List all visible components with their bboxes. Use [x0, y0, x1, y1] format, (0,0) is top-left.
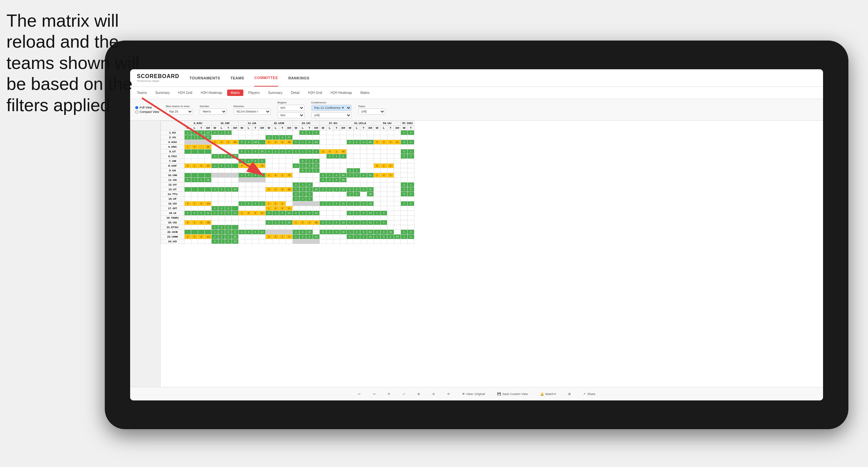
region-select[interactable]: N/A East West: [278, 105, 305, 111]
cell: [313, 154, 320, 159]
cell: 0: [286, 149, 293, 154]
col-osu-header: 57. OSU: [401, 121, 414, 126]
division-select[interactable]: NCAA Division I NCAA Division II NCAA Di…: [234, 108, 271, 115]
cell: 38: [286, 187, 293, 192]
tab-h2h-heatmap[interactable]: H2H Heatmap: [197, 90, 225, 96]
tab-summary[interactable]: Summary: [152, 90, 173, 96]
tab-h2h-heatmap2[interactable]: H2H Heatmap: [327, 90, 355, 96]
nav-teams[interactable]: TEAMS: [230, 69, 244, 87]
cell: [320, 164, 327, 168]
cell: [360, 182, 367, 187]
cell: [374, 149, 381, 154]
cell: [360, 154, 367, 159]
grid-button[interactable]: ⊞: [565, 391, 574, 397]
cell: [408, 135, 414, 140]
tab-matrix[interactable]: Matrix: [227, 90, 243, 96]
cell: 2: [408, 154, 414, 159]
tab-matrix2[interactable]: Matrix: [357, 90, 373, 96]
cell: [313, 230, 320, 235]
cell: [198, 159, 205, 164]
cell: 2: [272, 140, 279, 145]
cell: [232, 220, 239, 225]
matrix-area[interactable]: 3. ASU 10. UW 11. UA 22. UCB 24. UO 27. …: [161, 121, 823, 387]
cell: [340, 239, 347, 244]
cell: [340, 192, 347, 197]
save-custom-view-button[interactable]: 💾 Save Custom View: [495, 391, 531, 397]
zoom-in-button[interactable]: ⊕: [415, 391, 423, 397]
cell: [347, 182, 354, 187]
cell: [239, 239, 245, 244]
refresh-button[interactable]: ⟳: [385, 391, 393, 397]
cell: 1: [279, 173, 286, 178]
col-asu-dif: Dif: [205, 126, 212, 130]
row-uw10: 10. UW: [161, 173, 185, 178]
conference-select[interactable]: Pac-12 Conference ▼ (All): [311, 105, 352, 111]
cell: 0: [252, 201, 259, 206]
cell: [252, 192, 259, 197]
nav-tournaments[interactable]: TOURNAMENTS: [190, 69, 220, 87]
cell: [408, 197, 414, 201]
tab-detail[interactable]: Detail: [288, 90, 303, 96]
cell: 0: [381, 220, 387, 225]
cell: [327, 135, 333, 140]
cell: [299, 154, 306, 159]
cell: 1: [191, 220, 198, 225]
team-select[interactable]: (All): [358, 108, 385, 115]
view-original-button[interactable]: 👁 View: Original: [459, 391, 488, 397]
cell: [381, 192, 387, 197]
nav-rankings[interactable]: RANKINGS: [288, 69, 310, 87]
cell: [279, 216, 286, 220]
col-osu-t: T: [408, 126, 414, 130]
cell: 85: [367, 140, 374, 145]
cell: [367, 154, 374, 159]
cell: 2: [374, 230, 381, 235]
conference-select2[interactable]: (All): [311, 112, 352, 118]
region-filter: Region N/A East West N/A: [278, 101, 305, 118]
cell: [266, 182, 272, 187]
cell: 0: [259, 159, 266, 164]
cell: 2: [218, 164, 225, 168]
cell: [205, 225, 212, 230]
cell: [394, 173, 401, 178]
cell: [381, 239, 387, 244]
tab-h2h-grid[interactable]: H2H Grid: [175, 90, 196, 96]
cell: [198, 145, 205, 149]
cell: [259, 235, 266, 239]
gender-label: Gender: [200, 105, 227, 108]
table-row: 8. UAF 01014 120 01015 11011 010: [161, 164, 414, 168]
watch-button[interactable]: 🔔 Watch ▾: [537, 391, 559, 397]
cell: [259, 206, 266, 211]
max-teams-select[interactable]: Top 25 Top 50 All: [166, 108, 193, 115]
cell: 0: [245, 140, 252, 145]
cell: [394, 201, 401, 206]
cell: [299, 173, 306, 178]
cell: [381, 149, 387, 154]
cell: [320, 182, 327, 187]
cell: 1: [212, 164, 218, 168]
tab-summary2[interactable]: Summary: [265, 90, 286, 96]
zoom-out-button[interactable]: ⊖: [430, 391, 438, 397]
nav-committee[interactable]: COMMITTEE: [254, 69, 278, 87]
cell: 1: [272, 201, 279, 206]
share-button[interactable]: ↗ Share: [580, 391, 598, 397]
cell: [205, 149, 212, 154]
cell: [232, 225, 239, 230]
cell: 0: [225, 140, 232, 145]
cell: 1: [239, 230, 245, 235]
cell: [313, 225, 320, 230]
cell: [327, 239, 333, 244]
cell: [279, 178, 286, 182]
undo-button[interactable]: ↩: [355, 391, 363, 397]
reset-button[interactable]: ⟲: [444, 391, 453, 397]
gender-select[interactable]: Men's Women's: [200, 108, 227, 115]
redo-button[interactable]: ↪: [370, 391, 378, 397]
cell: [259, 130, 266, 135]
cell: [360, 216, 367, 220]
cell: [408, 239, 414, 244]
region-select2[interactable]: N/A: [278, 112, 305, 118]
cell: 0: [313, 159, 320, 164]
tab-h2h-grid2[interactable]: H2H Grid: [305, 90, 326, 96]
cell: [354, 149, 360, 154]
tab-players[interactable]: Players: [245, 90, 263, 96]
expand-button[interactable]: ⤢: [400, 391, 408, 397]
